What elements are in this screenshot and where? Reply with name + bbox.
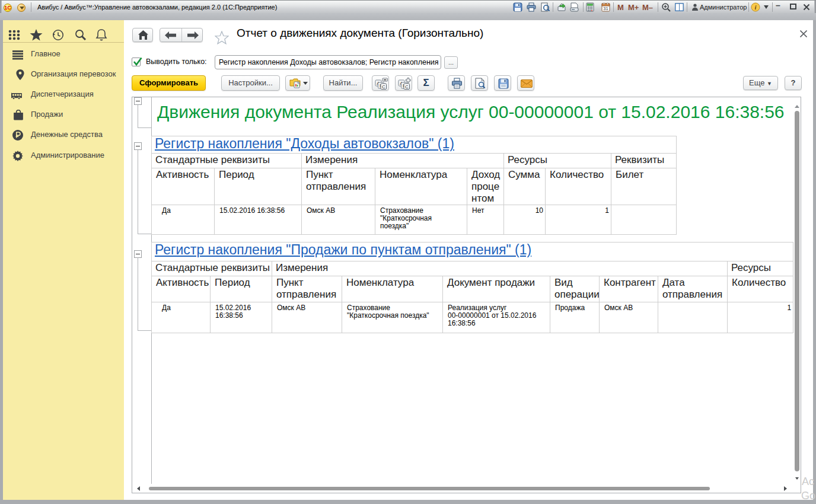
svg-text:C: C [405, 84, 409, 90]
svg-text:C: C [382, 84, 385, 90]
svg-text:31: 31 [603, 6, 608, 11]
